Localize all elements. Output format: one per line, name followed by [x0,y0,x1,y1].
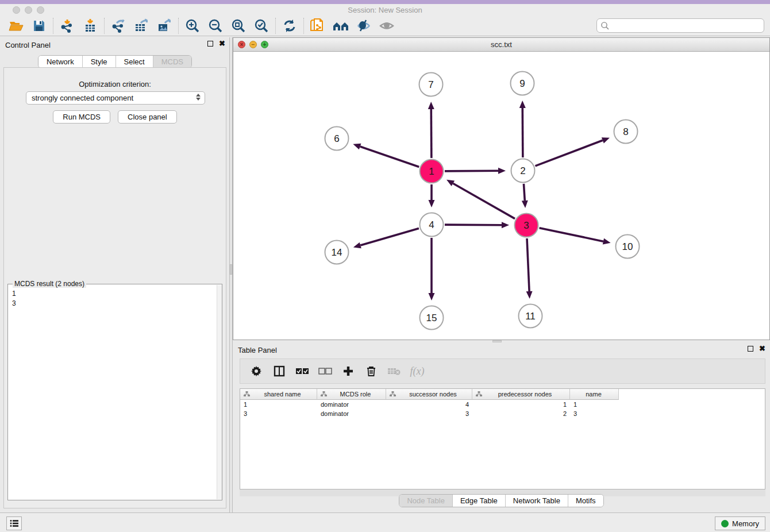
network-graph-canvas[interactable]: 7968124314101511 [233,52,769,340]
tab-network-table[interactable]: Network Table [506,495,568,507]
tab-motifs[interactable]: Motifs [568,495,603,507]
graph-edge[interactable] [431,109,432,158]
table-row[interactable]: 3dominator323 [240,409,765,418]
tab-node-table[interactable]: Node Table [399,495,453,507]
table-cell[interactable]: dominator [317,401,386,408]
refresh-button[interactable] [278,17,301,35]
table-cell[interactable]: 1 [240,401,317,408]
column-header-shared-name[interactable]: shared name [240,389,317,400]
toolbar-separator [178,18,179,34]
edge-arrowhead [519,101,526,108]
edge-arrowhead [603,238,611,245]
splitter-handle[interactable] [230,264,232,275]
graph-node-label: 11 [525,311,536,322]
export-table-button[interactable] [130,17,153,35]
graph-edge[interactable] [522,108,523,157]
table-cell[interactable]: 3 [386,410,472,417]
memory-button[interactable]: Memory [715,516,765,530]
close-panel-button[interactable]: Close panel [118,110,177,124]
add-icon[interactable] [341,364,355,378]
result-scrollbar[interactable] [217,285,222,499]
export-image-button[interactable] [153,17,176,35]
gear-icon[interactable] [249,364,263,378]
graph-edge[interactable] [445,225,502,225]
clone-network-button[interactable] [306,17,329,35]
table-cell[interactable]: 3 [240,410,317,417]
first-neighbors-icon [332,19,349,33]
search-input[interactable] [610,20,764,32]
table-cell[interactable]: 4 [386,401,472,408]
open-session-button[interactable] [5,17,28,35]
zoom-selected-button[interactable] [250,17,273,35]
first-neighbors-button[interactable] [329,17,352,35]
zoom-fit-icon [231,18,246,33]
graph-edge[interactable] [523,184,525,201]
graph-edge[interactable] [445,171,498,171]
toolbar-separator [303,18,304,34]
column-header-successor-nodes[interactable]: successor nodes [386,389,472,400]
zoom-out-button[interactable] [204,17,227,35]
export-table-icon [134,18,149,33]
tab-edge-table[interactable]: Edge Table [453,495,506,507]
control-panel-tabs: Network Style Select MCDS [0,55,230,68]
table-cell[interactable]: 3 [570,410,619,417]
zoom-fit-button[interactable] [227,17,250,35]
export-network-button[interactable] [107,17,130,35]
attribute-type-icon [321,391,327,397]
mcds-result-box: MCDS result (2 nodes) 1 3 [7,284,222,500]
network-view-window: × − + scc.txt 7968124314101511 [233,37,770,340]
task-history-button[interactable] [6,516,22,530]
hide-details-icon [356,18,372,33]
table-cell[interactable]: 1 [472,401,570,408]
tab-network[interactable]: Network [38,56,83,68]
hide-details-button[interactable] [352,17,375,35]
graph-edge[interactable] [453,183,515,218]
select-all-icon[interactable] [295,364,309,378]
show-details-button[interactable] [375,17,398,35]
close-panel-icon[interactable]: ✖ [219,41,225,47]
import-table-button[interactable] [79,17,102,35]
delete-icon[interactable] [364,364,378,378]
edge-arrowhead [602,137,610,143]
table-cell[interactable]: 1 [570,401,619,408]
close-panel-icon[interactable]: ✖ [759,346,765,352]
column-header-predecessor-nodes[interactable]: predecessor nodes [472,389,570,400]
run-mcds-button[interactable]: Run MCDS [53,110,110,124]
edge-arrowhead [428,102,434,109]
tab-mcds[interactable]: MCDS [153,56,191,68]
zoom-out-icon [208,18,223,33]
float-panel-icon[interactable] [748,346,753,352]
refresh-icon [282,18,297,33]
graph-edge[interactable] [360,228,419,245]
mcds-panel-body: Optimization criterion: strongly connect… [3,67,226,508]
column-header-mcds-role[interactable]: MCDS role [317,389,386,400]
columns-icon[interactable] [272,364,286,378]
table-cell[interactable]: 2 [472,410,570,417]
graph-edge[interactable] [540,228,603,241]
float-panel-icon[interactable] [207,41,213,47]
table-row[interactable]: 1dominator411 [240,400,765,409]
column-header-name[interactable]: name [570,389,619,400]
delete-table-icon[interactable] [387,364,401,378]
attribute-type-icon [390,391,396,397]
zoom-in-button[interactable] [181,17,204,35]
tab-select[interactable]: Select [116,56,153,68]
table-cell[interactable]: dominator [317,410,386,417]
import-table-icon [83,18,98,33]
import-network-button[interactable] [56,17,79,35]
save-session-button[interactable] [28,17,51,35]
criterion-select[interactable]: strongly connected component [26,91,205,105]
deselect-all-icon[interactable] [318,364,332,378]
edge-arrowhead [526,291,533,299]
graph-edge[interactable] [360,147,419,167]
function-builder-icon[interactable]: f(x) [410,364,424,378]
show-details-icon [379,18,395,33]
optimization-criterion-label: Optimization criterion: [4,80,226,88]
open-session-icon [9,19,24,33]
graph-edge[interactable] [527,238,529,291]
splitter-handle[interactable] [492,340,502,342]
table-tabs: Node Table Edge Table Network Table Moti… [233,494,770,507]
node-table[interactable]: shared name MCDS role successor nodes pr… [240,388,765,489]
graph-edge[interactable] [536,140,603,166]
tab-style[interactable]: Style [83,56,116,68]
